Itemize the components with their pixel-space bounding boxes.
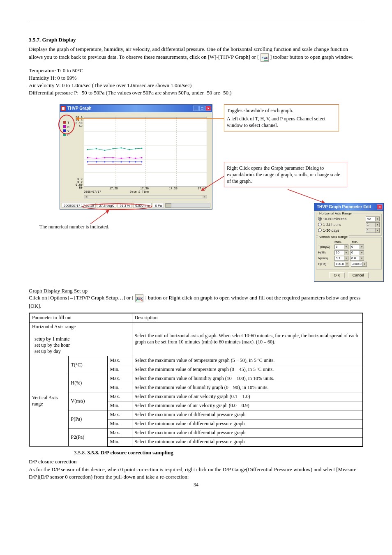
- xtick-1: 17:25: [109, 187, 118, 190]
- vaxis-T-min-label: Min.: [107, 365, 132, 374]
- V-max-combo[interactable]: 0.1▼: [334, 256, 348, 261]
- scroll-left-button[interactable]: ◄: [84, 196, 88, 198]
- status-pressure: 0 Pa: [153, 203, 164, 208]
- measure-line-V: Air velocity V: 0 to 1.0m/sec (The value…: [29, 82, 363, 89]
- vaxis-P-min-desc: Select the minimum value of differential…: [132, 419, 363, 428]
- vaxis-P-max-desc: Select the maximum value of differential…: [132, 410, 363, 419]
- measure-line-T: Temperature T: 0 to 50°C: [29, 67, 363, 74]
- vaxis-row-T: T(degC) 5▼ 0▼: [318, 244, 380, 249]
- svg-line-26: [90, 210, 109, 224]
- vaxis-V-min-desc: Select the minimum value of air velocity…: [132, 401, 363, 410]
- table-header-param: Parameter to fill out: [29, 313, 132, 322]
- svg-line-27: [288, 189, 325, 203]
- restore-button[interactable]: □: [199, 106, 205, 111]
- T-min-combo[interactable]: 0▼: [350, 244, 364, 249]
- vertical-axis-fieldset: Vertical Axis Range Max. Min. T(degC) 5▼…: [316, 237, 382, 269]
- haxis-label: Horizontal Axis range setup by 1 minute …: [29, 322, 132, 356]
- close-button[interactable]: ×: [205, 106, 211, 111]
- svg-point-10: [104, 157, 106, 158]
- radio-1-30-days[interactable]: 1-30 days 1▼: [318, 228, 380, 233]
- xtick-3: 17:35: [169, 187, 178, 190]
- window-icon: ▦: [61, 106, 66, 111]
- graph-range-title: Graph Display Rang Set up: [29, 288, 363, 294]
- section-3-5-8-subtitle: D/P closure correction: [29, 458, 363, 465]
- callout-rightclick: Right Click opens the Graph parameter Di…: [224, 162, 347, 188]
- callout-legend: Toggles show/hide of each graph. A left …: [224, 104, 339, 132]
- dialog-title: THVP Graph Parameter Edit: [315, 205, 377, 209]
- vaxis-P-max-label: Max.: [107, 410, 132, 419]
- H-max-combo[interactable]: 10▼: [334, 250, 348, 255]
- days-combo[interactable]: 1▼: [366, 228, 380, 233]
- haxis-desc: Select the unit of horizontal axis of gr…: [132, 322, 363, 356]
- svg-point-19: [113, 161, 114, 162]
- dialog-ok-button[interactable]: O K: [329, 272, 345, 278]
- vaxis-H: H(%): [68, 374, 107, 392]
- svg-point-5: [129, 149, 130, 150]
- svg-point-13: [129, 157, 130, 158]
- minutes-combo[interactable]: 40▼: [366, 216, 380, 221]
- vaxis-P: P(Pa): [68, 410, 107, 428]
- dialog-cancel-button[interactable]: Cancel: [348, 272, 369, 278]
- vaxis-H-min-desc: Select the minimum value of humidity gra…: [132, 383, 363, 392]
- vaxis-V-min-label: Min.: [107, 401, 132, 410]
- svg-point-22: [135, 161, 136, 162]
- section-3-5-8-body: As for the D/P sensor of this device, wh…: [29, 466, 363, 481]
- T-max-combo[interactable]: 5▼: [334, 244, 348, 249]
- svg-point-0: [87, 149, 88, 150]
- vaxis-P2-max-desc: Select the maximum value of differential…: [132, 428, 363, 437]
- x-axis-title: Date & Time: [130, 190, 149, 193]
- radio-1-24-hours[interactable]: 1-24 hours 1▼: [318, 222, 380, 227]
- legend-highlight-circle: [58, 115, 75, 134]
- table-header-desc: Description: [132, 313, 363, 322]
- svg-point-21: [129, 161, 130, 162]
- vaxis-V-max-desc: Select the maximum value of air velocity…: [132, 392, 363, 401]
- P-min-combo[interactable]: -200.0▼: [351, 262, 367, 267]
- thvp-setup-toolbar-icon[interactable]: THV: [135, 294, 143, 302]
- svg-point-2: [104, 150, 106, 151]
- section-3-5-7-para: Displays the graph of temperature, humid…: [29, 46, 363, 62]
- svg-point-6: [135, 148, 136, 149]
- scroll-right-button[interactable]: ►: [203, 196, 207, 198]
- P-max-combo[interactable]: 100.0▼: [334, 262, 349, 267]
- plot-area[interactable]: [84, 117, 207, 187]
- dialog-titlebar[interactable]: THVP Graph Parameter Edit ×: [314, 203, 383, 211]
- vaxis-P-min-label: Min.: [107, 419, 132, 428]
- status-slider[interactable]: [165, 203, 210, 208]
- V-min-combo[interactable]: 0.0▼: [350, 256, 364, 261]
- vaxis-P2: P2(Pa): [68, 428, 107, 447]
- chart-region[interactable]: T H V P 50.0 99.0 0.10 50 0.0 0.0 0.00 -…: [60, 112, 212, 202]
- parameter-table: Parameter to fill out Description Horizo…: [29, 313, 363, 447]
- vaxis-T-max-label: Max.: [107, 356, 132, 365]
- window-title: THVP Graph: [67, 106, 193, 111]
- measure-line-P: Differential pressure P: -50 to 50Pa (Th…: [29, 90, 363, 96]
- vaxis-P2-min-label: Min.: [107, 437, 132, 447]
- vaxis-H-min-label: Min.: [107, 383, 132, 392]
- graph-range-text: Click on [Options] – [THVP Graph Setup…]…: [29, 294, 363, 310]
- vaxis-H-max-desc: Select the maximum value of humidity gra…: [132, 374, 363, 383]
- x-date: 2008/07/17: [84, 190, 101, 193]
- svg-point-7: [141, 147, 143, 149]
- H-min-combo[interactable]: 0▼: [350, 250, 364, 255]
- vaxis-P2-max-label: Max.: [107, 428, 132, 437]
- window-titlebar[interactable]: ▦ THVP Graph _ □ ×: [60, 105, 212, 112]
- thvp-graph-parameter-dialog: THVP Graph Parameter Edit × Horizontal A…: [314, 203, 384, 282]
- minimize-button[interactable]: _: [193, 106, 199, 111]
- horizontal-scrollbar[interactable]: ◄ ►: [84, 195, 207, 198]
- status-highlight-ellipse: [82, 203, 152, 210]
- svg-point-4: [121, 147, 122, 148]
- vaxis-row-V: V(m/s) 0.1▼ 0.0▼: [318, 256, 380, 261]
- measure-line-H: Humidity H: 0 to 99%: [29, 75, 363, 81]
- section-3-5-8-title: 3.5.8. 3.5.8. D/P closure correction sam…: [74, 449, 363, 456]
- vaxis-P2-min-desc: Select the minimum value of differential…: [132, 437, 363, 447]
- radio-10-60-minutes[interactable]: 10-60 minutes 40▼: [318, 216, 380, 221]
- vaxis-row-H: H(%) 10▼ 0▼: [318, 250, 380, 255]
- dialog-close-button[interactable]: ×: [377, 204, 383, 210]
- page-header: [29, 21, 363, 22]
- page-number: 34: [0, 482, 392, 488]
- thvp-graph-toolbar-icon[interactable]: THV: [261, 53, 269, 62]
- svg-point-12: [121, 157, 122, 159]
- hours-combo[interactable]: 1▼: [366, 222, 380, 227]
- svg-point-3: [113, 148, 114, 149]
- vaxis-V-max-label: Max.: [107, 392, 132, 401]
- horizontal-axis-fieldset: Horizontal Axis Range 10-60 minutes 40▼ …: [316, 214, 382, 236]
